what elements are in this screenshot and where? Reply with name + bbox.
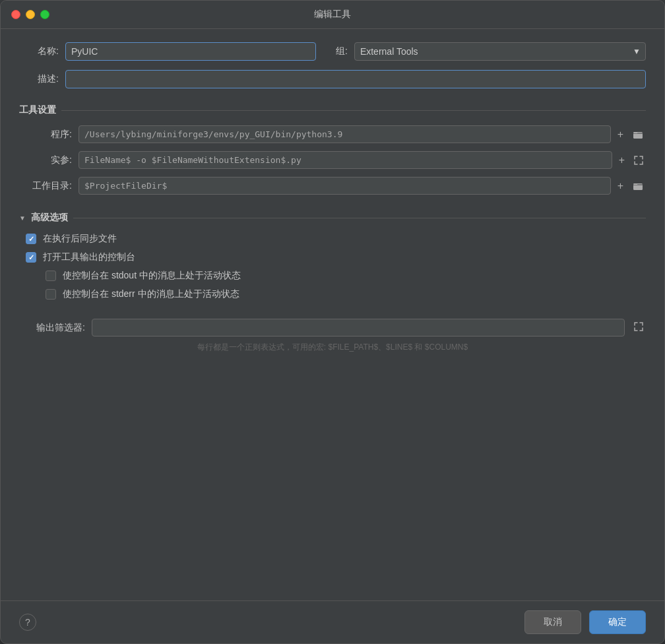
minimize-button[interactable] bbox=[26, 10, 35, 19]
checkbox3-row: 使控制台在 stdout 中的消息上处于活动状态 bbox=[19, 270, 646, 282]
tool-settings-title: 工具设置 bbox=[19, 104, 646, 116]
program-label: 程序: bbox=[19, 129, 72, 141]
dialog-window: 编辑工具 名称: 组: External Tools ▼ 描述: 工具设置 bbox=[0, 0, 665, 644]
checkbox1-label: 在执行后同步文件 bbox=[43, 233, 117, 245]
checkbox2[interactable]: ✓ bbox=[26, 252, 36, 263]
checkbox3-label: 使控制台在 stdout 中的消息上处于活动状态 bbox=[63, 270, 241, 282]
description-label: 描述: bbox=[19, 73, 59, 85]
workdir-input-wrapper: + bbox=[79, 177, 646, 195]
tool-settings-divider bbox=[61, 110, 646, 111]
checkbox3[interactable] bbox=[46, 271, 56, 281]
group-select[interactable]: External Tools bbox=[354, 42, 646, 61]
workdir-row: 工作目录: + bbox=[19, 177, 646, 195]
args-add-button[interactable]: + bbox=[616, 153, 627, 168]
close-button[interactable] bbox=[11, 10, 20, 19]
description-row: 描述: bbox=[19, 70, 646, 88]
workdir-add-button[interactable]: + bbox=[615, 179, 626, 193]
traffic-lights bbox=[11, 10, 49, 19]
checkbox1-row: ✓ 在执行后同步文件 bbox=[19, 233, 646, 245]
filter-expand-button[interactable] bbox=[631, 319, 646, 336]
checkbox4-row: 使控制台在 stderr 中的消息上处于活动状态 bbox=[19, 288, 646, 300]
name-label: 名称: bbox=[19, 46, 59, 57]
workdir-label: 工作目录: bbox=[19, 180, 72, 192]
dialog-content: 名称: 组: External Tools ▼ 描述: 工具设置 程序: bbox=[1, 29, 664, 600]
cancel-button[interactable]: 取消 bbox=[524, 610, 581, 634]
checkbox2-label: 打开工具输出的控制台 bbox=[43, 251, 135, 263]
checkbox1[interactable]: ✓ bbox=[26, 234, 36, 244]
filter-input[interactable] bbox=[92, 319, 625, 337]
advanced-options-title[interactable]: ▼ 高级选项 bbox=[19, 212, 646, 224]
dialog-title: 编辑工具 bbox=[314, 9, 351, 20]
program-input[interactable] bbox=[79, 125, 611, 143]
group-label: 组: bbox=[336, 46, 348, 57]
program-row: 程序: + bbox=[19, 125, 646, 143]
args-expand-button[interactable] bbox=[631, 154, 646, 166]
checkbox1-check: ✓ bbox=[28, 235, 34, 243]
help-button[interactable]: ? bbox=[19, 614, 36, 631]
args-label: 实参: bbox=[19, 154, 72, 166]
checkbox2-row: ✓ 打开工具输出的控制台 bbox=[19, 251, 646, 263]
output-filter-section: 输出筛选器: 每行都是一个正则表达式，可用的宏: $FILE_PATH$、$LI… bbox=[19, 319, 646, 353]
advanced-section: ▼ 高级选项 ✓ 在执行后同步文件 ✓ 打开工具输出的控制台 bbox=[19, 212, 646, 307]
ok-button[interactable]: 确定 bbox=[589, 610, 646, 634]
group-select-wrapper: External Tools ▼ bbox=[354, 42, 646, 61]
args-input-wrapper: + bbox=[79, 151, 646, 169]
checkbox2-check: ✓ bbox=[28, 253, 34, 262]
footer-actions: 取消 确定 bbox=[524, 610, 646, 634]
name-input[interactable] bbox=[65, 42, 316, 61]
maximize-button[interactable] bbox=[40, 10, 49, 19]
dialog-footer: ? 取消 确定 bbox=[1, 600, 664, 643]
checkbox4[interactable] bbox=[46, 289, 56, 300]
program-input-wrapper: + bbox=[79, 125, 646, 143]
program-folder-button[interactable] bbox=[630, 128, 646, 141]
chevron-icon: ▼ bbox=[19, 214, 26, 222]
description-input[interactable] bbox=[65, 70, 646, 88]
checkbox4-label: 使控制台在 stderr 中的消息上处于活动状态 bbox=[63, 288, 239, 300]
name-group-row: 名称: 组: External Tools ▼ bbox=[19, 42, 646, 61]
args-input[interactable] bbox=[79, 151, 612, 169]
args-row: 实参: + bbox=[19, 151, 646, 169]
program-add-button[interactable]: + bbox=[615, 127, 626, 142]
filter-row: 输出筛选器: bbox=[19, 319, 646, 337]
workdir-folder-button[interactable] bbox=[630, 179, 646, 193]
filter-label: 输出筛选器: bbox=[19, 322, 85, 334]
workdir-input[interactable] bbox=[79, 177, 611, 195]
filter-hint: 每行都是一个正则表达式，可用的宏: $FILE_PATH$、$LINE$ 和 $… bbox=[19, 342, 646, 353]
title-bar: 编辑工具 bbox=[1, 1, 664, 29]
advanced-divider bbox=[73, 218, 646, 218]
